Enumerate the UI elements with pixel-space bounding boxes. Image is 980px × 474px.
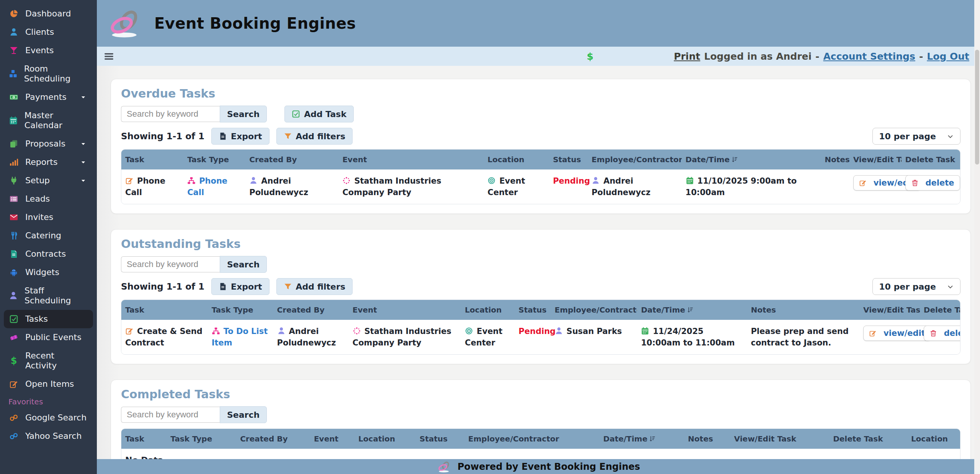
- column-header-created-by[interactable]: Created By: [236, 429, 310, 449]
- sidebar-item-staff-scheduling[interactable]: Staff Scheduling: [4, 282, 93, 310]
- column-header-location[interactable]: Location: [461, 300, 514, 320]
- column-header-location[interactable]: Location: [483, 150, 549, 169]
- sidebar-nav: DashboardClientsEventsRoom SchedulingPay…: [0, 5, 97, 445]
- showing-count: Showing 1-1 of 1: [121, 131, 204, 141]
- scrollbar-track[interactable]: [974, 0, 980, 474]
- add-task-button[interactable]: Add Task: [284, 106, 354, 122]
- sidebar-item-setup[interactable]: Setup: [4, 171, 93, 190]
- sidebar-item-dashboard[interactable]: Dashboard: [4, 5, 93, 23]
- sidebar-item-master-calendar[interactable]: Master Calendar: [4, 106, 93, 135]
- edit-icon: [859, 179, 867, 187]
- column-header-status[interactable]: Status: [549, 150, 588, 169]
- column-header-employee-contractor[interactable]: Employee/Contractor: [464, 429, 599, 449]
- sidebar-item-public-events[interactable]: Public Events: [4, 328, 93, 347]
- sidebar-item-tasks[interactable]: Tasks: [4, 310, 93, 328]
- chevron-down-icon: [78, 94, 88, 100]
- view-edit-button[interactable]: view/edit: [863, 326, 931, 341]
- sidebar-item-open-items[interactable]: Open Items: [4, 375, 93, 393]
- column-header-location[interactable]: Location: [354, 429, 416, 449]
- search-button[interactable]: Search: [220, 256, 267, 273]
- sidebar-item-contracts[interactable]: Contracts: [4, 245, 93, 263]
- add-filters-button[interactable]: Add filters: [276, 128, 353, 145]
- column-header-task-type[interactable]: Task Type: [167, 429, 236, 449]
- sidebar-item-label: Dashboard: [25, 9, 71, 19]
- app-root: DashboardClientsEventsRoom SchedulingPay…: [0, 0, 980, 474]
- calendar-icon: [686, 176, 694, 185]
- column-header-event[interactable]: Event: [338, 150, 483, 169]
- column-header-status[interactable]: Status: [515, 300, 551, 320]
- column-header-task-type[interactable]: Task Type: [183, 150, 245, 169]
- column-header-delete-task[interactable]: Delete Task: [920, 300, 960, 320]
- column-header-notes[interactable]: Notes: [747, 300, 859, 320]
- sidebar-item-proposals[interactable]: Proposals: [4, 135, 93, 153]
- person-icon: [591, 176, 600, 185]
- column-header-delete-task[interactable]: Delete Task: [829, 429, 907, 449]
- sidebar-item-catering[interactable]: Catering: [4, 226, 93, 245]
- separator: -: [815, 51, 819, 62]
- delete-button[interactable]: delete: [924, 326, 960, 341]
- hamburger-menu-icon[interactable]: [104, 51, 114, 62]
- chevron-down-icon: [947, 133, 954, 140]
- favorites-label: Favorites: [0, 393, 97, 409]
- logout-link[interactable]: Log Out: [927, 51, 969, 62]
- column-header-employee-contractor[interactable]: Employee/Contractor: [588, 150, 681, 169]
- column-header-view-edit-task[interactable]: View/Edit Task: [849, 150, 902, 169]
- sidebar-item-google-search[interactable]: Google Search: [4, 409, 93, 427]
- export-button[interactable]: Export: [211, 128, 269, 145]
- check-square-icon: [8, 314, 19, 324]
- export-button[interactable]: Export: [211, 278, 269, 295]
- sidebar-item-reports[interactable]: Reports: [4, 153, 93, 171]
- print-link[interactable]: Print: [674, 51, 700, 62]
- per-page-select[interactable]: 10 per page: [872, 278, 960, 295]
- column-header-task[interactable]: Task: [121, 429, 167, 449]
- add-filters-button[interactable]: Add filters: [276, 278, 353, 295]
- column-header-location[interactable]: Location: [907, 429, 960, 449]
- search-input[interactable]: [121, 106, 220, 122]
- sort-icon[interactable]: [649, 435, 656, 442]
- column-header-date-time[interactable]: Date/Time: [637, 300, 747, 320]
- column-header-notes[interactable]: Notes: [821, 150, 849, 169]
- chevron-down-icon: [78, 178, 88, 184]
- no-data-cell: No Data: [121, 449, 960, 459]
- account-settings-link[interactable]: Account Settings: [823, 51, 915, 62]
- sidebar-item-invites[interactable]: Invites: [4, 208, 93, 226]
- scrollbar-thumb[interactable]: [975, 50, 979, 165]
- column-header-date-time[interactable]: Date/Time: [599, 429, 684, 449]
- column-header-notes[interactable]: Notes: [684, 429, 730, 449]
- column-header-created-by[interactable]: Created By: [245, 150, 338, 169]
- column-header-event[interactable]: Event: [349, 300, 461, 320]
- column-header-date-time[interactable]: Date/Time: [682, 150, 821, 169]
- column-header-created-by[interactable]: Created By: [273, 300, 349, 320]
- column-header-employee-contractor[interactable]: Employee/Contractor: [551, 300, 637, 320]
- sort-icon[interactable]: [731, 156, 738, 163]
- column-header-task[interactable]: Task: [121, 150, 183, 169]
- column-header-status[interactable]: Status: [416, 429, 464, 449]
- search-input[interactable]: [121, 407, 220, 423]
- per-page-select[interactable]: 10 per page: [872, 128, 960, 145]
- column-header-event[interactable]: Event: [310, 429, 354, 449]
- trash-icon: [929, 329, 937, 337]
- sidebar-item-room-scheduling[interactable]: Room Scheduling: [4, 60, 93, 88]
- search-button[interactable]: Search: [220, 106, 267, 122]
- column-header-task-type[interactable]: Task Type: [208, 300, 273, 320]
- event-booking-engines-logo: [108, 7, 145, 40]
- person-icon: [277, 327, 286, 335]
- column-header-delete-task[interactable]: Delete Task: [902, 150, 960, 169]
- sidebar-item-payments[interactable]: Payments: [4, 88, 93, 106]
- search-input[interactable]: [121, 256, 220, 272]
- delete-button[interactable]: delete: [905, 175, 960, 191]
- sidebar-item-yahoo-search[interactable]: Yahoo Search: [4, 427, 93, 445]
- column-header-view-edit-task[interactable]: View/Edit Task: [730, 429, 830, 449]
- sidebar-item-label: Payments: [25, 92, 67, 102]
- search-button[interactable]: Search: [220, 406, 267, 423]
- sidebar-item-clients[interactable]: Clients: [4, 23, 93, 41]
- sidebar-item-leads[interactable]: Leads: [4, 190, 93, 208]
- sidebar-item-events[interactable]: Events: [4, 41, 93, 60]
- sidebar-item-recent-activity[interactable]: $Recent Activity: [4, 347, 93, 375]
- column-header-view-edit-task[interactable]: View/Edit Task: [859, 300, 920, 320]
- column-header-task[interactable]: Task: [121, 300, 208, 320]
- sidebar-item-widgets[interactable]: Widgets: [4, 263, 93, 282]
- sort-icon[interactable]: [687, 306, 694, 313]
- dollar-icon[interactable]: $: [587, 52, 593, 61]
- event-booking-engines-logo: [437, 461, 453, 473]
